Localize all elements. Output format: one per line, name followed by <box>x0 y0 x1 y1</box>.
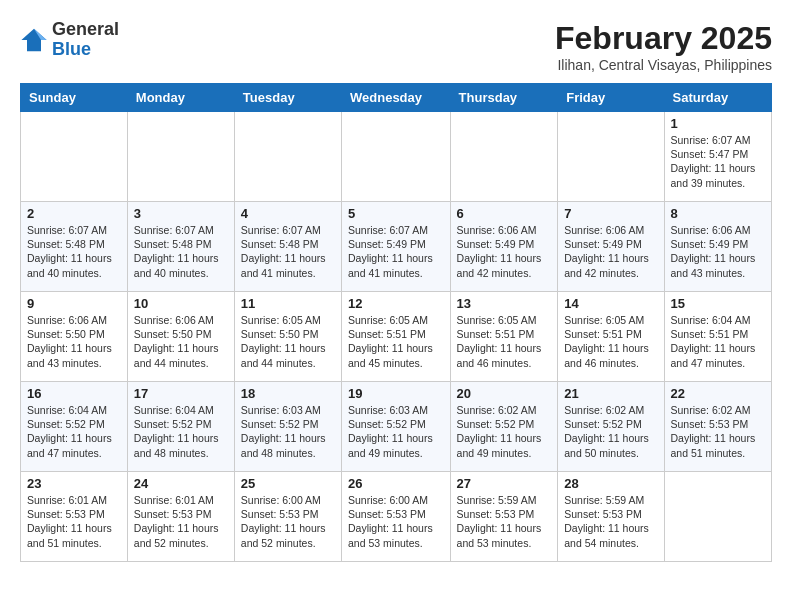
calendar-cell: 14Sunrise: 6:05 AMSunset: 5:51 PMDayligh… <box>558 292 664 382</box>
day-info: Sunrise: 6:06 AMSunset: 5:50 PMDaylight:… <box>27 313 121 370</box>
day-number: 26 <box>348 476 444 491</box>
day-info: Sunrise: 6:05 AMSunset: 5:51 PMDaylight:… <box>564 313 657 370</box>
calendar-cell: 11Sunrise: 6:05 AMSunset: 5:50 PMDayligh… <box>234 292 341 382</box>
calendar-cell: 16Sunrise: 6:04 AMSunset: 5:52 PMDayligh… <box>21 382 128 472</box>
day-info: Sunrise: 6:07 AMSunset: 5:48 PMDaylight:… <box>27 223 121 280</box>
day-info: Sunrise: 6:05 AMSunset: 5:51 PMDaylight:… <box>348 313 444 370</box>
day-info: Sunrise: 6:04 AMSunset: 5:52 PMDaylight:… <box>134 403 228 460</box>
logo: General Blue <box>20 20 119 60</box>
day-number: 9 <box>27 296 121 311</box>
calendar-cell: 27Sunrise: 5:59 AMSunset: 5:53 PMDayligh… <box>450 472 558 562</box>
calendar-cell: 25Sunrise: 6:00 AMSunset: 5:53 PMDayligh… <box>234 472 341 562</box>
calendar-cell <box>21 112 128 202</box>
day-info: Sunrise: 6:05 AMSunset: 5:51 PMDaylight:… <box>457 313 552 370</box>
weekday-header-friday: Friday <box>558 84 664 112</box>
day-number: 23 <box>27 476 121 491</box>
calendar-cell: 5Sunrise: 6:07 AMSunset: 5:49 PMDaylight… <box>342 202 451 292</box>
day-number: 11 <box>241 296 335 311</box>
calendar-cell <box>127 112 234 202</box>
calendar-week-row: 16Sunrise: 6:04 AMSunset: 5:52 PMDayligh… <box>21 382 772 472</box>
day-info: Sunrise: 6:02 AMSunset: 5:52 PMDaylight:… <box>457 403 552 460</box>
day-number: 18 <box>241 386 335 401</box>
day-info: Sunrise: 6:02 AMSunset: 5:52 PMDaylight:… <box>564 403 657 460</box>
day-number: 12 <box>348 296 444 311</box>
weekday-header-saturday: Saturday <box>664 84 771 112</box>
day-info: Sunrise: 6:03 AMSunset: 5:52 PMDaylight:… <box>241 403 335 460</box>
calendar-cell: 3Sunrise: 6:07 AMSunset: 5:48 PMDaylight… <box>127 202 234 292</box>
logo-blue-text: Blue <box>52 39 91 59</box>
month-year-title: February 2025 <box>555 20 772 57</box>
day-info: Sunrise: 6:07 AMSunset: 5:47 PMDaylight:… <box>671 133 765 190</box>
day-number: 6 <box>457 206 552 221</box>
calendar-cell: 12Sunrise: 6:05 AMSunset: 5:51 PMDayligh… <box>342 292 451 382</box>
day-info: Sunrise: 6:04 AMSunset: 5:51 PMDaylight:… <box>671 313 765 370</box>
calendar-week-row: 23Sunrise: 6:01 AMSunset: 5:53 PMDayligh… <box>21 472 772 562</box>
day-number: 16 <box>27 386 121 401</box>
day-number: 17 <box>134 386 228 401</box>
day-number: 27 <box>457 476 552 491</box>
day-info: Sunrise: 6:04 AMSunset: 5:52 PMDaylight:… <box>27 403 121 460</box>
day-info: Sunrise: 6:02 AMSunset: 5:53 PMDaylight:… <box>671 403 765 460</box>
calendar-cell <box>234 112 341 202</box>
calendar-cell: 19Sunrise: 6:03 AMSunset: 5:52 PMDayligh… <box>342 382 451 472</box>
weekday-header-tuesday: Tuesday <box>234 84 341 112</box>
weekday-header-sunday: Sunday <box>21 84 128 112</box>
day-info: Sunrise: 6:01 AMSunset: 5:53 PMDaylight:… <box>27 493 121 550</box>
day-number: 1 <box>671 116 765 131</box>
calendar-cell: 26Sunrise: 6:00 AMSunset: 5:53 PMDayligh… <box>342 472 451 562</box>
day-info: Sunrise: 6:00 AMSunset: 5:53 PMDaylight:… <box>348 493 444 550</box>
day-number: 8 <box>671 206 765 221</box>
day-number: 10 <box>134 296 228 311</box>
calendar-week-row: 1Sunrise: 6:07 AMSunset: 5:47 PMDaylight… <box>21 112 772 202</box>
day-info: Sunrise: 6:06 AMSunset: 5:49 PMDaylight:… <box>457 223 552 280</box>
day-number: 13 <box>457 296 552 311</box>
day-info: Sunrise: 6:06 AMSunset: 5:49 PMDaylight:… <box>671 223 765 280</box>
calendar-cell <box>342 112 451 202</box>
day-number: 14 <box>564 296 657 311</box>
calendar-cell: 17Sunrise: 6:04 AMSunset: 5:52 PMDayligh… <box>127 382 234 472</box>
calendar-cell: 24Sunrise: 6:01 AMSunset: 5:53 PMDayligh… <box>127 472 234 562</box>
day-info: Sunrise: 6:05 AMSunset: 5:50 PMDaylight:… <box>241 313 335 370</box>
calendar-cell: 2Sunrise: 6:07 AMSunset: 5:48 PMDaylight… <box>21 202 128 292</box>
calendar-cell: 7Sunrise: 6:06 AMSunset: 5:49 PMDaylight… <box>558 202 664 292</box>
day-number: 2 <box>27 206 121 221</box>
calendar-table: SundayMondayTuesdayWednesdayThursdayFrid… <box>20 83 772 562</box>
day-number: 24 <box>134 476 228 491</box>
weekday-header-row: SundayMondayTuesdayWednesdayThursdayFrid… <box>21 84 772 112</box>
day-number: 20 <box>457 386 552 401</box>
day-info: Sunrise: 6:07 AMSunset: 5:48 PMDaylight:… <box>241 223 335 280</box>
day-number: 15 <box>671 296 765 311</box>
calendar-cell: 21Sunrise: 6:02 AMSunset: 5:52 PMDayligh… <box>558 382 664 472</box>
calendar-cell: 15Sunrise: 6:04 AMSunset: 5:51 PMDayligh… <box>664 292 771 382</box>
day-info: Sunrise: 6:01 AMSunset: 5:53 PMDaylight:… <box>134 493 228 550</box>
calendar-cell: 8Sunrise: 6:06 AMSunset: 5:49 PMDaylight… <box>664 202 771 292</box>
calendar-week-row: 2Sunrise: 6:07 AMSunset: 5:48 PMDaylight… <box>21 202 772 292</box>
day-number: 3 <box>134 206 228 221</box>
day-number: 19 <box>348 386 444 401</box>
calendar-cell: 13Sunrise: 6:05 AMSunset: 5:51 PMDayligh… <box>450 292 558 382</box>
day-info: Sunrise: 6:00 AMSunset: 5:53 PMDaylight:… <box>241 493 335 550</box>
page-header: General Blue February 2025 Ilihan, Centr… <box>20 20 772 73</box>
day-number: 21 <box>564 386 657 401</box>
day-info: Sunrise: 6:06 AMSunset: 5:50 PMDaylight:… <box>134 313 228 370</box>
day-info: Sunrise: 5:59 AMSunset: 5:53 PMDaylight:… <box>457 493 552 550</box>
calendar-cell: 6Sunrise: 6:06 AMSunset: 5:49 PMDaylight… <box>450 202 558 292</box>
day-info: Sunrise: 6:06 AMSunset: 5:49 PMDaylight:… <box>564 223 657 280</box>
calendar-cell: 23Sunrise: 6:01 AMSunset: 5:53 PMDayligh… <box>21 472 128 562</box>
calendar-week-row: 9Sunrise: 6:06 AMSunset: 5:50 PMDaylight… <box>21 292 772 382</box>
calendar-cell <box>450 112 558 202</box>
weekday-header-wednesday: Wednesday <box>342 84 451 112</box>
day-number: 28 <box>564 476 657 491</box>
calendar-cell: 20Sunrise: 6:02 AMSunset: 5:52 PMDayligh… <box>450 382 558 472</box>
day-number: 5 <box>348 206 444 221</box>
day-number: 22 <box>671 386 765 401</box>
day-info: Sunrise: 6:03 AMSunset: 5:52 PMDaylight:… <box>348 403 444 460</box>
logo-icon <box>20 26 48 54</box>
day-info: Sunrise: 5:59 AMSunset: 5:53 PMDaylight:… <box>564 493 657 550</box>
weekday-header-monday: Monday <box>127 84 234 112</box>
calendar-cell: 10Sunrise: 6:06 AMSunset: 5:50 PMDayligh… <box>127 292 234 382</box>
location-subtitle: Ilihan, Central Visayas, Philippines <box>555 57 772 73</box>
day-number: 7 <box>564 206 657 221</box>
calendar-cell: 1Sunrise: 6:07 AMSunset: 5:47 PMDaylight… <box>664 112 771 202</box>
logo-general-text: General <box>52 19 119 39</box>
